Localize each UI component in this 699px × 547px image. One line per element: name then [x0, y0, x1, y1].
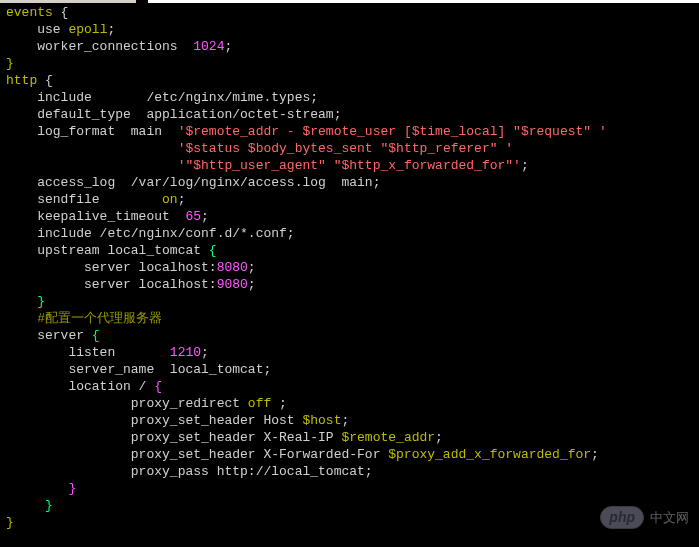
- variable: $remote_addr: [341, 430, 435, 445]
- text: log_format main: [6, 124, 178, 139]
- number: 9080: [217, 277, 248, 292]
- semi: ;: [435, 430, 443, 445]
- text: server_name local_tomcat;: [6, 362, 271, 377]
- watermark-text: 中文网: [650, 509, 689, 526]
- semi: ;: [248, 277, 256, 292]
- text: [6, 158, 178, 173]
- value: on: [162, 192, 178, 207]
- semi: ;: [271, 396, 287, 411]
- text: upstream local_tomcat: [6, 243, 209, 258]
- semi: ;: [201, 345, 209, 360]
- text: location /: [6, 379, 154, 394]
- php-badge-icon: php: [600, 506, 644, 529]
- text: worker_connections: [6, 39, 193, 54]
- watermark: php 中文网: [600, 506, 689, 529]
- text: use: [6, 22, 68, 37]
- brace: }: [6, 498, 53, 513]
- text: include /etc/nginx/mime.types;: [6, 90, 318, 105]
- comment: #配置一个代理服务器: [6, 311, 162, 326]
- string: '$status $body_bytes_sent "$http_referer…: [178, 141, 513, 156]
- text: listen: [6, 345, 170, 360]
- variable: $host: [302, 413, 341, 428]
- text: sendfile: [6, 192, 162, 207]
- number: 8080: [217, 260, 248, 275]
- text: proxy_set_header Host: [6, 413, 302, 428]
- keyword: events: [6, 5, 53, 20]
- brace: {: [53, 5, 69, 20]
- brace: {: [92, 328, 100, 343]
- text: server localhost:: [6, 277, 217, 292]
- text: proxy_pass http://local_tomcat;: [6, 464, 373, 479]
- value: off: [248, 396, 271, 411]
- semi: ;: [521, 158, 529, 173]
- text: server: [6, 328, 92, 343]
- text: keepalive_timeout: [6, 209, 185, 224]
- semi: ;: [201, 209, 209, 224]
- semi: ;: [224, 39, 232, 54]
- semi: ;: [107, 22, 115, 37]
- brace: }: [6, 481, 76, 496]
- number: 1210: [170, 345, 201, 360]
- string: '"$http_user_agent" "$http_x_forwarded_f…: [178, 158, 521, 173]
- text: default_type application/octet-stream;: [6, 107, 341, 122]
- text: access_log /var/log/nginx/access.log mai…: [6, 175, 380, 190]
- text: server localhost:: [6, 260, 217, 275]
- value: epoll: [68, 22, 107, 37]
- keyword: http: [6, 73, 37, 88]
- string: '$remote_addr - $remote_user [$time_loca…: [178, 124, 607, 139]
- top-divider: [148, 0, 699, 3]
- semi: ;: [178, 192, 186, 207]
- text: proxy_set_header X-Real-IP: [6, 430, 341, 445]
- text: [6, 141, 178, 156]
- brace: }: [6, 56, 14, 71]
- text: proxy_set_header X-Forwarded-For: [6, 447, 388, 462]
- brace: {: [209, 243, 217, 258]
- brace: {: [154, 379, 162, 394]
- number: 1024: [193, 39, 224, 54]
- number: 65: [185, 209, 201, 224]
- semi: ;: [341, 413, 349, 428]
- text: proxy_redirect: [6, 396, 248, 411]
- brace: }: [6, 294, 45, 309]
- terminal-content[interactable]: events { use epoll; worker_connections 1…: [0, 0, 699, 535]
- variable: $proxy_add_x_forwarded_for: [388, 447, 591, 462]
- brace: }: [6, 515, 14, 530]
- semi: ;: [248, 260, 256, 275]
- top-tab-area: [0, 0, 136, 3]
- text: include /etc/nginx/conf.d/*.conf;: [6, 226, 295, 241]
- semi: ;: [591, 447, 599, 462]
- brace: {: [37, 73, 53, 88]
